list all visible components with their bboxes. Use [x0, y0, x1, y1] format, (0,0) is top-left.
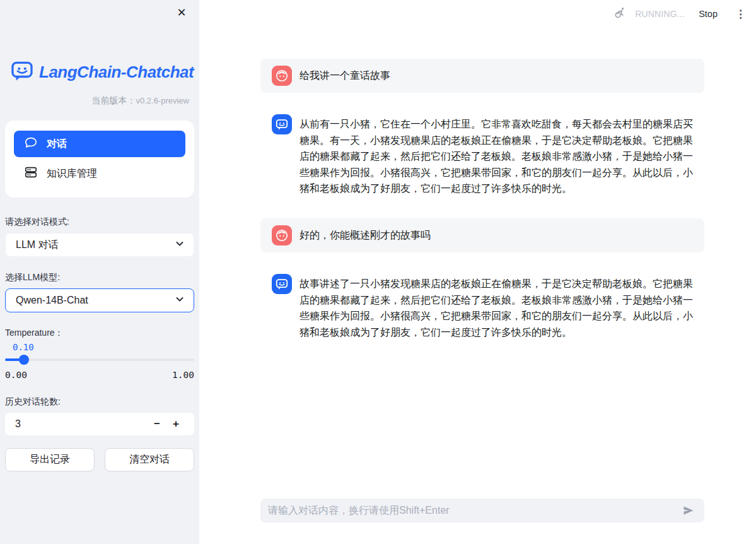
chat-message: 从前有一只小猪，它住在一个小村庄里。它非常喜欢吃甜食，每天都会去村里的糖果店买糖… — [260, 114, 704, 197]
version-value: v0.2.6-preview — [136, 96, 189, 105]
chat-input[interactable] — [268, 505, 680, 516]
clear-dialog-button[interactable]: 清空对话 — [105, 448, 194, 471]
llm-model-label: 选择LLM模型: — [5, 272, 194, 283]
sidebar-item-knowledge-base[interactable]: 知识库管理 — [14, 161, 185, 186]
assistant-avatar — [272, 274, 292, 294]
chat-message: 好的，你能概述刚才的故事吗 — [260, 218, 704, 252]
temperature-label: Temperature： — [5, 328, 194, 339]
database-icon — [24, 165, 38, 182]
chat-bubble-logo-icon — [10, 59, 34, 85]
increment-button[interactable]: + — [166, 415, 185, 434]
slider-min-label: 0.00 — [5, 370, 27, 380]
chat-message-text: 给我讲一个童话故事 — [299, 68, 390, 84]
temperature-slider[interactable] — [5, 355, 194, 365]
chat-message-text: 好的，你能概述刚才的故事吗 — [299, 227, 431, 244]
chat-input-bar — [260, 499, 704, 523]
slider-thumb[interactable] — [19, 355, 29, 365]
stop-button[interactable]: Stop — [694, 6, 723, 21]
sidebar: ✕ LangChain-Chatchat 当前版本：v0.2.6-preview — [0, 0, 199, 544]
chat-message-text: 从前有一只小猪，它住在一个小村庄里。它非常喜欢吃甜食，每天都会去村里的糖果店买糖… — [299, 114, 693, 197]
dialog-mode-value: LLM 对话 — [16, 239, 59, 252]
sidebar-item-label: 知识库管理 — [47, 167, 97, 180]
llm-model-value: Qwen-14B-Chat — [16, 295, 88, 306]
dialog-mode-select[interactable]: LLM 对话 — [5, 233, 194, 257]
version-info: 当前版本：v0.2.6-preview — [0, 95, 189, 107]
decrement-button[interactable]: − — [148, 415, 166, 434]
status-running-text: RUNNING... — [635, 9, 685, 19]
speech-bubble-icon — [24, 136, 38, 152]
send-icon[interactable] — [680, 503, 697, 518]
temperature-control: Temperature： 0.10 0.00 1.00 — [5, 328, 194, 380]
sidebar-item-dialog[interactable]: 对话 — [14, 131, 185, 157]
export-history-button[interactable]: 导出记录 — [5, 448, 95, 471]
user-avatar — [272, 66, 292, 86]
slider-max-label: 1.00 — [172, 370, 194, 380]
chat-message-text: 故事讲述了一只小猪发现糖果店的老板娘正在偷糖果，于是它决定帮助老板娘。它把糖果店… — [299, 274, 693, 340]
nav-menu: 对话 知识库管理 — [5, 121, 194, 198]
history-rounds-stepper: − + — [5, 413, 194, 435]
temperature-value: 0.10 — [13, 342, 194, 352]
history-rounds-input[interactable] — [5, 418, 148, 430]
main-area: RUNNING... Stop ⋮ 给我讲一个童话故事 — [199, 0, 756, 544]
user-avatar — [272, 225, 292, 245]
kebab-menu-icon[interactable]: ⋮ — [731, 6, 750, 22]
dialog-mode-label: 请选择对话模式: — [5, 216, 194, 228]
chat-message: 给我讲一个童话故事 — [260, 59, 704, 93]
llm-model-select[interactable]: Qwen-14B-Chat — [5, 288, 194, 312]
chat-message: 故事讲述了一只小猪发现糖果店的老板娘正在偷糖果，于是它决定帮助老板娘。它把糖果店… — [260, 274, 704, 340]
logo-text: LangChain-Chatchat — [39, 62, 194, 82]
chevron-down-icon — [175, 239, 185, 251]
assistant-avatar — [272, 114, 292, 134]
app-window: ✕ LangChain-Chatchat 当前版本：v0.2.6-preview — [0, 0, 756, 544]
chevron-down-icon — [175, 294, 185, 307]
app-header: RUNNING... Stop ⋮ — [398, 0, 756, 28]
chat-message-list: 给我讲一个童话故事 从前有一只小猪，它住在一个小村庄里。它非常喜欢吃甜食，每天都… — [260, 0, 704, 487]
sidebar-item-label: 对话 — [47, 138, 67, 151]
running-man-icon — [614, 6, 626, 21]
sidebar-close-icon[interactable]: ✕ — [173, 4, 190, 21]
version-label: 当前版本： — [91, 95, 136, 105]
app-logo: LangChain-Chatchat — [10, 59, 199, 85]
history-rounds-label: 历史对话轮数: — [5, 396, 194, 408]
